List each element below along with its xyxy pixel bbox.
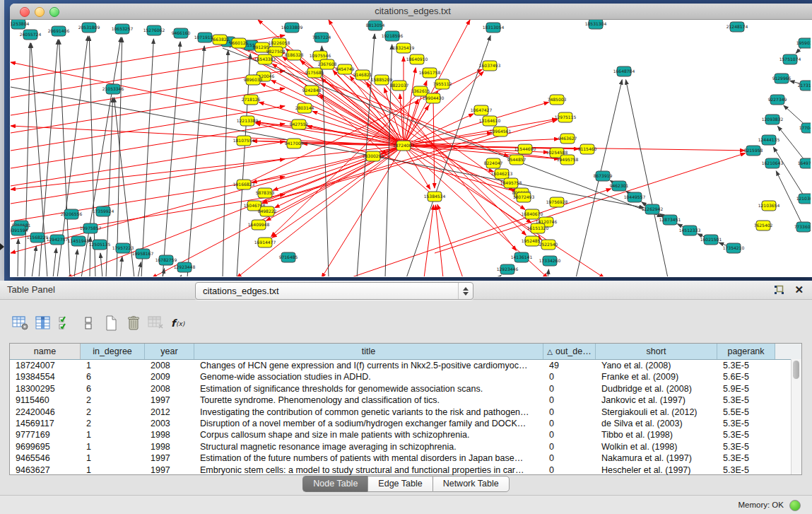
- table-selector-dropdown[interactable]: citations_edges.txt: [195, 282, 473, 300]
- graph-node[interactable]: 16543382: [254, 54, 276, 64]
- graph-edge[interactable]: [18, 239, 18, 276]
- graph-node[interactable]: 7663822: [211, 35, 230, 45]
- function-builder-button[interactable]: f(x): [168, 313, 189, 333]
- graph-edge[interactable]: [548, 269, 549, 276]
- graph-node[interactable]: 9716485: [279, 252, 298, 262]
- graph-node[interactable]: 17359924: [93, 206, 114, 216]
- graph-node[interactable]: 5878353: [256, 188, 275, 198]
- graph-node[interactable]: 13164610: [479, 116, 501, 126]
- graph-node[interactable]: 18495758: [500, 178, 522, 188]
- graph-node[interactable]: 7955112: [433, 79, 452, 89]
- graph-node[interactable]: 7857224: [312, 33, 331, 42]
- graph-node[interactable]: 21248174: [726, 22, 748, 32]
- graph-node[interactable]: 19495758: [557, 155, 579, 165]
- graph-node[interactable]: 9391594: [11, 226, 28, 235]
- graph-node[interactable]: 16037493: [479, 61, 501, 71]
- graph-node[interactable]: 9544857: [507, 155, 526, 165]
- graph-node[interactable]: 16782759: [155, 255, 177, 265]
- graph-node[interactable]: 17354210: [723, 243, 745, 253]
- table-row[interactable]: 969969511998Structural magnetic resonanc…: [10, 441, 801, 452]
- graph-node[interactable]: 16961758: [419, 68, 441, 78]
- graph-edge[interactable]: [138, 262, 141, 276]
- graph-node[interactable]: 2367608: [318, 59, 337, 69]
- graph-node[interactable]: 16151320: [527, 223, 549, 233]
- table-row[interactable]: 1456911722003Disruption of a novel membe…: [10, 418, 801, 429]
- graph-node[interactable]: 1770432: [799, 123, 811, 133]
- graph-node[interactable]: 9417004: [285, 139, 304, 148]
- graph-edge[interactable]: [32, 246, 36, 276]
- graph-node[interactable]: 11544690: [514, 144, 536, 154]
- table-row[interactable]: 2242004622012Investigating the contribut…: [10, 407, 801, 418]
- graph-edge[interactable]: [11, 62, 404, 146]
- graph-node[interactable]: 18107554: [233, 136, 255, 146]
- table-row[interactable]: 946362711997Embryonic stem cells: a mode…: [10, 465, 801, 476]
- graph-node[interactable]: 10653257: [112, 24, 134, 34]
- table-row[interactable]: 1830029562008Estimation of significance …: [10, 383, 801, 395]
- graph-node[interactable]: 15751074: [779, 54, 801, 64]
- graph-node[interactable]: 16648784: [613, 66, 635, 76]
- graph-node[interactable]: 19218596: [382, 31, 404, 41]
- column-header-in_degree[interactable]: in_degree: [81, 344, 145, 359]
- graph-node[interactable]: 18072493: [513, 192, 535, 202]
- graph-edge[interactable]: [261, 83, 404, 146]
- graph-node[interactable]: 17334260: [539, 256, 561, 266]
- graph-node[interactable]: 8427552: [290, 119, 309, 129]
- graph-node[interactable]: 20206556: [61, 209, 83, 219]
- graph-node[interactable]: 16210643: [762, 158, 784, 168]
- graph-node[interactable]: 12873451: [659, 215, 681, 225]
- graph-node[interactable]: 9242848: [302, 86, 322, 95]
- graph-edge[interactable]: [53, 248, 57, 276]
- graph-edge[interactable]: [187, 46, 204, 276]
- graph-node[interactable]: 17957223: [112, 243, 134, 253]
- graph-edge[interactable]: [11, 53, 285, 98]
- graph-node[interactable]: 9146821: [353, 70, 372, 80]
- graph-node[interactable]: 10975857: [80, 223, 102, 233]
- column-header-title[interactable]: title: [194, 344, 543, 359]
- graph-node[interactable]: 19958167: [132, 249, 154, 259]
- graph-edge[interactable]: [67, 146, 404, 276]
- graph-node[interactable]: 9462301: [610, 181, 629, 191]
- splitter-collapse-icon[interactable]: [0, 243, 4, 250]
- graph-node[interactable]: 16033809: [281, 23, 303, 33]
- graph-edge[interactable]: [625, 80, 668, 276]
- graph-node[interactable]: 12942757: [47, 235, 69, 245]
- graph-edge[interactable]: [120, 257, 122, 276]
- graph-edge[interactable]: [11, 194, 285, 239]
- graph-node[interactable]: 2718126: [242, 95, 261, 105]
- graph-node[interactable]: 9175685: [305, 68, 324, 78]
- graph-node[interactable]: 8822037: [390, 81, 409, 90]
- graph-edge[interactable]: [404, 146, 604, 276]
- graph-node[interactable]: 9227349: [768, 95, 787, 105]
- graph-node[interactable]: 15276062: [143, 25, 165, 35]
- graph-edge[interactable]: [350, 189, 611, 276]
- graph-edge[interactable]: [271, 91, 420, 237]
- network-canvas[interactable]: 2125380424055724206914062053180910653257…: [11, 20, 811, 276]
- table-row[interactable]: 946554611997Estimation of the future num…: [10, 452, 801, 464]
- table-row[interactable]: 1938455462009Genome-wide association stu…: [10, 371, 801, 382]
- graph-node[interactable]: 18313054: [483, 23, 505, 33]
- scrollbar-thumb[interactable]: [793, 361, 799, 379]
- graph-node[interactable]: 24055724: [20, 30, 42, 40]
- new-document-button[interactable]: [100, 313, 122, 333]
- graph-node[interactable]: 2522540: [539, 240, 558, 250]
- graph-node[interactable]: 10647427: [471, 105, 493, 115]
- graph-node[interactable]: 2803144: [295, 103, 314, 113]
- graph-node[interactable]: 9660126: [230, 38, 249, 48]
- graph-node[interactable]: 7485003: [548, 95, 567, 105]
- graph-node[interactable]: 16021501: [700, 235, 722, 245]
- graph-node[interactable]: 12923448: [174, 262, 196, 272]
- graph-edge[interactable]: [11, 87, 644, 208]
- graph-node[interactable]: 19756928: [546, 197, 568, 207]
- close-panel-icon[interactable]: ✕: [794, 284, 804, 296]
- graph-node[interactable]: 8186328: [285, 50, 304, 60]
- graph-edge[interactable]: [424, 205, 433, 276]
- graph-node[interactable]: 8215958: [744, 146, 763, 156]
- select-columns-button[interactable]: [55, 313, 76, 333]
- graph-edge[interactable]: [223, 48, 662, 217]
- graph-node[interactable]: 16914477: [254, 238, 276, 247]
- column-header-short[interactable]: short: [596, 344, 717, 359]
- table-row[interactable]: 911546021997Tourette syndrome. Phenomeno…: [10, 395, 801, 406]
- column-header-out_de[interactable]: △out_de…: [543, 344, 596, 359]
- tab-edge-table[interactable]: Edge Table: [367, 476, 432, 492]
- graph-node[interactable]: 10449557: [624, 192, 646, 202]
